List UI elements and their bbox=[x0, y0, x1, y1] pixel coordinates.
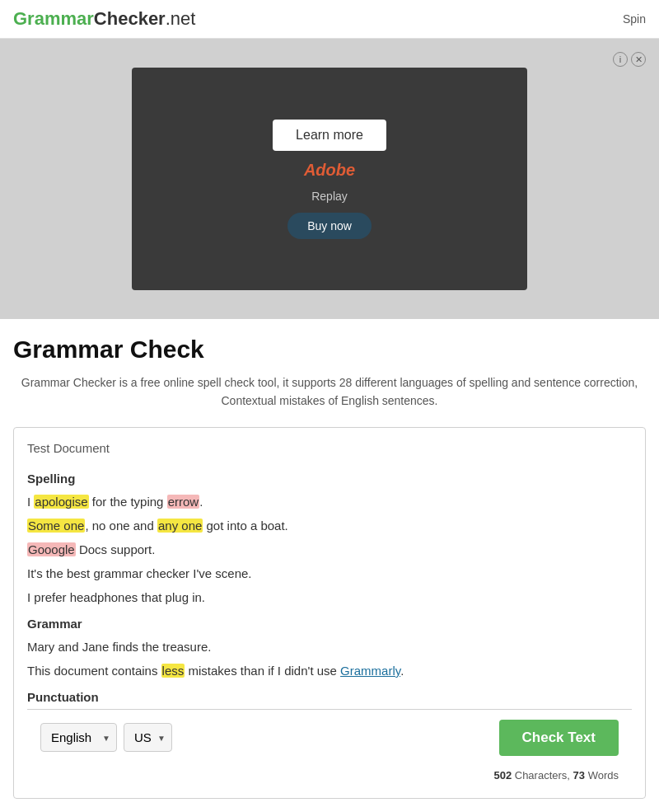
line1-end: . bbox=[199, 495, 203, 509]
main-content: Grammar Check Grammar Checker is a free … bbox=[0, 319, 659, 812]
bottom-left: English French German Spanish US UK AU C… bbox=[40, 723, 172, 752]
char-count: 502 Characters, 73 Words bbox=[27, 766, 632, 785]
word-count-number: 73 bbox=[573, 769, 585, 781]
gooogle-highlight: Gooogle bbox=[27, 542, 76, 556]
ad-inner: Learn more Adobe Replay Buy now bbox=[132, 68, 527, 290]
line-apologise: I apologise for the typing errow. bbox=[27, 490, 632, 513]
adobe-label: Adobe bbox=[304, 161, 355, 180]
spin-button[interactable]: Spin bbox=[623, 12, 646, 26]
word-unit: Words bbox=[588, 769, 619, 781]
replay-label: Replay bbox=[311, 190, 348, 203]
editor-box[interactable]: Test Document Spelling I apologise for t… bbox=[13, 427, 646, 799]
line-someone: Some one, no one and any one got into a … bbox=[27, 514, 632, 537]
logo-green: Grammar bbox=[13, 8, 94, 29]
ad-corner-icons: i ✕ bbox=[613, 52, 646, 67]
language-select-wrapper[interactable]: English French German Spanish bbox=[40, 723, 117, 752]
page-description: Grammar Checker is a free online spell c… bbox=[13, 373, 646, 411]
line-grammarly: This document contains less mistakes tha… bbox=[27, 659, 632, 682]
header: GrammarChecker.net Spin bbox=[0, 0, 659, 39]
errow-highlight: errow bbox=[167, 495, 200, 509]
line2-end: got into a boat. bbox=[203, 519, 287, 533]
doc-title: Test Document bbox=[27, 441, 632, 455]
less-highlight: less bbox=[161, 664, 185, 678]
section-grammar: Grammar bbox=[27, 617, 632, 631]
grammarly-link[interactable]: Grammarly bbox=[340, 664, 400, 678]
ad-banner: i ✕ Learn more Adobe Replay Buy now bbox=[0, 39, 659, 319]
line-mary-jane: Mary and Jane finds the treasure. bbox=[27, 636, 632, 658]
line3-end: Docs support. bbox=[76, 542, 156, 556]
region-select[interactable]: US UK AU CA bbox=[124, 723, 172, 752]
check-text-button[interactable]: Check Text bbox=[499, 720, 619, 756]
logo-black: Checker bbox=[94, 8, 166, 29]
apologise-highlight: apologise bbox=[34, 495, 88, 509]
char-unit: Characters, bbox=[515, 769, 570, 781]
logo: GrammarChecker.net bbox=[13, 8, 195, 30]
region-select-wrapper[interactable]: US UK AU CA bbox=[124, 723, 172, 752]
page-title: Grammar Check bbox=[13, 336, 646, 364]
section-punctuation: Punctuation bbox=[27, 690, 632, 704]
section-spelling: Spelling bbox=[27, 472, 632, 486]
line-headphones: I prefer headphones that plug in. bbox=[27, 586, 632, 608]
learn-more-button[interactable]: Learn more bbox=[273, 120, 386, 151]
logo-suffix: .net bbox=[166, 8, 196, 29]
line2-mid: , no one and bbox=[85, 519, 157, 533]
someone-highlight: Some one bbox=[27, 519, 85, 533]
buy-now-button[interactable]: Buy now bbox=[287, 213, 372, 239]
ad-close-icon[interactable]: ✕ bbox=[631, 52, 646, 67]
line7-mid: mistakes than if I didn't use bbox=[185, 664, 340, 678]
anyone-highlight: any one bbox=[157, 519, 203, 533]
line7-end: . bbox=[400, 664, 404, 678]
bottom-bar: English French German Spanish US UK AU C… bbox=[27, 709, 632, 766]
ad-info-icon[interactable]: i bbox=[613, 52, 628, 67]
line-google: Gooogle Docs support. bbox=[27, 538, 632, 561]
char-count-number: 502 bbox=[493, 769, 512, 781]
line1-mid: for the typing bbox=[89, 495, 167, 509]
line-grammar-checker: It's the best grammar checker I've scene… bbox=[27, 562, 632, 584]
language-select[interactable]: English French German Spanish bbox=[40, 723, 117, 752]
line7-pre: This document contains bbox=[27, 664, 161, 678]
